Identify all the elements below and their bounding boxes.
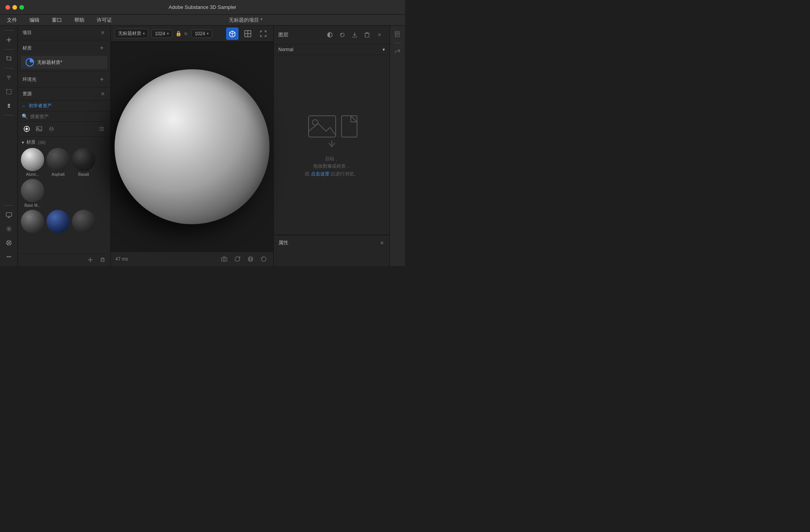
svg-point-16 [7,256,8,257]
minimize-button[interactable] [12,5,17,10]
selection-tool[interactable] [3,86,15,98]
materials-label: 材质 [22,45,32,51]
properties-title: 属性 [278,239,288,246]
viewport-canvas[interactable] [111,42,273,251]
layer-export-btn[interactable] [349,29,360,40]
width-select[interactable]: 1024 ▾ [151,29,172,38]
traffic-lights [0,5,24,10]
material-select[interactable]: 无标题材质 ▾ [115,29,148,38]
drop-text-line1: 启动， [325,156,339,161]
display-settings[interactable] [3,209,15,221]
filter-tool[interactable] [3,72,15,84]
render-time: 47 ms [115,256,128,262]
lock-icon[interactable]: 🔒 [175,31,182,36]
svg-rect-47 [309,116,336,137]
3d-view-btn[interactable] [226,27,239,40]
material-item[interactable]: 无标题材质* [21,56,107,69]
menu-file[interactable]: 文件 [5,16,19,24]
category-label: 材质 [26,139,36,146]
project-close-btn[interactable]: ✕ [100,30,106,36]
height-label: h: [185,31,188,36]
project-section: 项目 ✕ [18,26,110,40]
svg-point-22 [38,128,39,129]
project-header-left: 项目 [22,29,32,36]
camera-btn[interactable] [219,254,229,264]
assets-header: 资源 ✕ [18,88,110,101]
grid-btn[interactable] [245,254,256,264]
materials-add-btn[interactable]: + [98,44,106,52]
drop-text: 启动， 拖放图像或材质， 或 点击这里 以进行浏览。 [305,155,359,178]
rotate-btn[interactable] [232,254,242,264]
list-item[interactable]: Alumi... [21,148,44,177]
2d-view-btn[interactable] [242,27,254,40]
height-select[interactable]: 1024 ▾ [191,29,212,38]
list-item[interactable] [46,210,70,234]
menu-bar: 文件 编辑 窗口 帮助 许可证 无标题的项目 * [0,15,405,26]
status-icons [219,254,269,264]
environment-header: 环境光 + [18,72,110,87]
asset-filter-bar [18,122,110,137]
layers-drop-zone[interactable]: 启动， 拖放图像或材质， 或 点击这里 以进行浏览。 [274,55,390,235]
3d-sphere [115,69,269,224]
svg-point-11 [8,242,10,244]
list-item[interactable]: Asphalt [46,148,70,177]
assets-close-btn[interactable]: ✕ [100,91,106,97]
layer-delete-btn[interactable] [362,29,372,40]
list-item[interactable]: Basalt [72,148,95,177]
filter-filters-btn[interactable] [46,124,57,134]
misc-tool[interactable] [3,251,15,263]
environment-add-btn[interactable]: + [98,76,106,83]
toolbar-separator-2 [4,49,14,50]
height-value: 1024 [195,31,205,36]
fullscreen-btn[interactable] [257,27,269,40]
left-toolbar [0,26,18,266]
layers-close-btn[interactable]: ✕ [374,29,385,40]
layers-header: 图层 ✕ [274,26,390,45]
layers-title: 图层 [278,31,288,38]
drop-text-link[interactable]: 点击这里 [311,171,329,177]
search-input[interactable] [30,114,106,119]
filter-materials-btn[interactable] [22,124,32,134]
menu-window[interactable]: 窗口 [50,16,64,24]
layer-mask-btn[interactable] [324,29,335,40]
layer-effect-btn[interactable] [337,29,348,40]
svg-rect-49 [342,116,357,137]
stamp-tool[interactable] [3,100,15,112]
settings-tool[interactable] [3,223,15,235]
asset-sphere-r2-2 [46,210,70,233]
add-asset-btn[interactable] [86,255,95,264]
assets-category[interactable]: ▾ 材质 (39) [18,137,110,148]
list-item[interactable] [21,210,44,234]
network-tool[interactable] [3,237,15,249]
edge-document-btn[interactable] [392,29,403,39]
list-item[interactable]: Base M... [21,179,44,208]
drop-text-line3: 或 [305,171,311,177]
edge-share-btn[interactable] [392,46,403,57]
assets-grid: Alumi... Asphalt Basalt Base M... [18,148,110,210]
list-view-btn[interactable] [96,124,106,134]
delete-asset-btn[interactable] [98,255,107,264]
layers-icons: ✕ [324,29,385,40]
crop-tool[interactable] [3,53,15,65]
properties-close-btn[interactable]: ✕ [379,240,385,246]
project-header: 项目 ✕ [18,26,110,40]
material-name: 无标题材质* [37,59,62,66]
assets-nav-label[interactable]: 初学者资产 [29,103,52,109]
drop-text-line4: 以进行浏览。 [329,171,359,177]
drop-icon [305,112,359,151]
lighting-btn[interactable] [259,254,269,264]
menu-help[interactable]: 帮助 [72,16,87,24]
svg-point-20 [26,128,28,130]
svg-point-18 [10,256,11,257]
menu-edit[interactable]: 编辑 [27,16,42,24]
filter-images-btn[interactable] [34,124,44,134]
layers-section: 图层 ✕ Norm [274,26,390,235]
back-icon[interactable]: ← [22,103,26,109]
list-item[interactable] [72,210,95,234]
blend-mode-select[interactable]: Normal ▾ [274,45,390,55]
close-button[interactable] [5,5,10,10]
add-button[interactable] [3,34,15,46]
left-panel: 项目 ✕ 材质 + 无标题材质* 环境光 + [18,26,111,266]
maximize-button[interactable] [19,5,24,10]
svg-line-12 [7,241,8,242]
